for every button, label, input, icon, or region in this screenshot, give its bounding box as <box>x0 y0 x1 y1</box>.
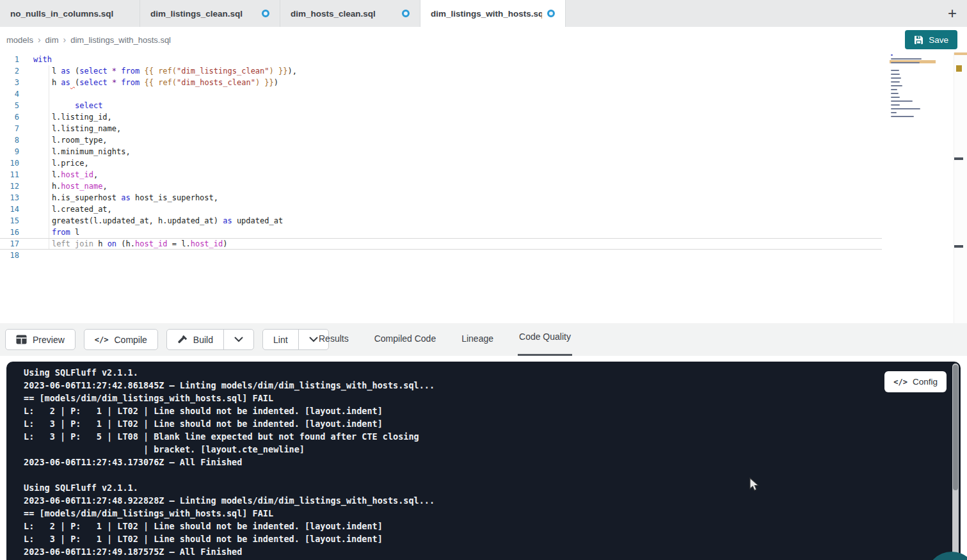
breadcrumb-file[interactable]: dim_listings_with_hosts.sql <box>70 35 171 45</box>
line-number: 17 <box>0 239 19 249</box>
line-number: 3 <box>0 77 19 88</box>
code-line: 17 left join h on (h.host_id = l.host_id… <box>0 238 882 250</box>
breadcrumb-models[interactable]: models <box>6 35 33 45</box>
line-number: 8 <box>0 134 19 146</box>
lint-button[interactable]: Lint <box>263 330 299 349</box>
hammer-icon <box>177 335 188 345</box>
line-number: 10 <box>0 157 19 169</box>
code-line: 16 from l <box>0 227 882 238</box>
code-line: 8 l.room_type, <box>0 134 882 146</box>
dbt-ide-app: no_nulls_in_columns.sqldim_listings_clea… <box>0 0 967 560</box>
panel-tab-bar: ResultsCompiled CodeLineageCode Quality <box>317 323 572 356</box>
file-tabs: no_nulls_in_columns.sqldim_listings_clea… <box>0 0 566 27</box>
save-button[interactable]: Save <box>905 30 957 49</box>
line-number: 14 <box>0 204 19 215</box>
line-number: 9 <box>0 146 19 157</box>
terminal-scrollbar-thumb[interactable] <box>953 365 958 490</box>
breadcrumb-separator: › <box>38 35 41 45</box>
overview-warning-marker <box>956 65 962 72</box>
panel-tab-label: Lineage <box>461 333 493 344</box>
terminal-scrollbar[interactable] <box>952 364 959 558</box>
code-line: 7 l.listing_name, <box>0 123 882 134</box>
preview-button[interactable]: Preview <box>5 329 76 350</box>
code-line: 14 l.created_at, <box>0 204 882 215</box>
compile-button[interactable]: </> Compile <box>84 329 158 350</box>
editor-overview-ruler[interactable] <box>954 52 967 323</box>
modified-dot-icon <box>402 10 410 17</box>
code-lines[interactable]: 1with2 l as (select * from {{ ref("dim_l… <box>0 54 882 261</box>
breadcrumb-separator: › <box>63 35 67 45</box>
code-line: 3 h as (select * from {{ ref("dim_hosts_… <box>0 77 882 88</box>
build-split-button: Build <box>166 329 254 350</box>
file-tab-bar: no_nulls_in_columns.sqldim_listings_clea… <box>0 0 967 27</box>
panel-tab-compiled-code[interactable]: Compiled Code <box>373 323 438 356</box>
line-number: 16 <box>0 227 19 238</box>
modified-dot-icon <box>547 10 555 17</box>
code-icon: </> <box>95 335 109 344</box>
file-tab[interactable]: dim_hosts_clean.sql <box>280 0 420 27</box>
code-line: 5 select <box>0 100 882 111</box>
line-number: 11 <box>0 169 19 180</box>
minimap-code <box>891 54 936 124</box>
panel-tab-lineage[interactable]: Lineage <box>460 323 495 356</box>
panel-tab-label: Compiled Code <box>374 333 436 344</box>
code-line: 15 greatest(l.updated_at, h.updated_at) … <box>0 215 882 227</box>
compile-label: Compile <box>114 335 147 345</box>
line-number: 7 <box>0 123 19 134</box>
line-number: 6 <box>0 111 19 123</box>
file-tab[interactable]: no_nulls_in_columns.sql <box>0 0 140 27</box>
line-number: 12 <box>0 180 19 192</box>
preview-label: Preview <box>33 335 65 345</box>
code-line: 4 <box>0 88 882 100</box>
terminal-panel: Using SQLFluff v2.1.1. 2023-06-06T11:27:… <box>6 362 961 560</box>
line-number: 5 <box>0 100 19 111</box>
save-button-label: Save <box>929 35 948 45</box>
table-icon <box>16 335 27 344</box>
line-number: 4 <box>0 88 19 100</box>
minimap[interactable] <box>890 53 936 130</box>
chevron-down-icon <box>234 337 243 342</box>
code-line: 9 l.minimum_nights, <box>0 146 882 157</box>
code-line: 13 h.is_superhost as host_is_superhost, <box>0 192 882 204</box>
line-number: 13 <box>0 192 19 204</box>
file-tab[interactable]: dim_listings_clean.sql <box>140 0 280 27</box>
line-number: 18 <box>0 250 19 261</box>
panel-tab-results[interactable]: Results <box>317 323 350 356</box>
code-line: 6 l.listing_id, <box>0 111 882 123</box>
code-line: 1with <box>0 54 882 65</box>
breadcrumb-bar: models › dim › dim_listings_with_hosts.s… <box>0 27 967 52</box>
lint-label: Lint <box>273 335 288 345</box>
build-label: Build <box>193 335 213 345</box>
terminal-output: Using SQLFluff v2.1.1. 2023-06-06T11:27:… <box>24 366 435 558</box>
modified-dot-icon <box>262 10 269 17</box>
code-line: 2 l as (select * from {{ ref("dim_listin… <box>0 65 882 77</box>
build-menu-button[interactable] <box>224 330 253 349</box>
line-number: 15 <box>0 215 19 227</box>
breadcrumb-dim[interactable]: dim <box>45 35 59 45</box>
overview-lint-highlight <box>954 52 967 55</box>
panel-tab-label: Results <box>319 333 349 344</box>
code-editor[interactable]: 1with2 l as (select * from {{ ref("dim_l… <box>0 52 967 323</box>
code-line: 10 l.price, <box>0 157 882 169</box>
line-number: 1 <box>0 54 19 65</box>
new-tab-button[interactable]: + <box>948 6 957 21</box>
chevron-down-icon <box>309 337 318 342</box>
panel-tab-code-quality[interactable]: Code Quality <box>518 323 572 356</box>
mouse-cursor <box>747 477 760 495</box>
line-number: 2 <box>0 65 19 77</box>
code-line: 12 h.host_name, <box>0 180 882 192</box>
build-button[interactable]: Build <box>167 330 224 349</box>
file-tab[interactable]: dim_listings_with_hosts.sql <box>420 0 566 27</box>
config-button[interactable]: </> Config <box>884 371 947 392</box>
overview-marker <box>954 157 963 160</box>
file-tab-label: dim_hosts_clean.sql <box>291 9 376 19</box>
breadcrumb: models › dim › dim_listings_with_hosts.s… <box>6 27 171 52</box>
code-icon: </> <box>893 378 907 387</box>
file-tab-label: dim_listings_clean.sql <box>150 9 243 19</box>
overview-marker <box>954 245 963 248</box>
config-label: Config <box>913 377 938 387</box>
panel-tab-label: Code Quality <box>519 332 571 342</box>
code-line: 11 l.host_id, <box>0 169 882 180</box>
file-tab-label: no_nulls_in_columns.sql <box>10 9 113 19</box>
file-tab-label: dim_listings_with_hosts.sql <box>431 9 542 19</box>
